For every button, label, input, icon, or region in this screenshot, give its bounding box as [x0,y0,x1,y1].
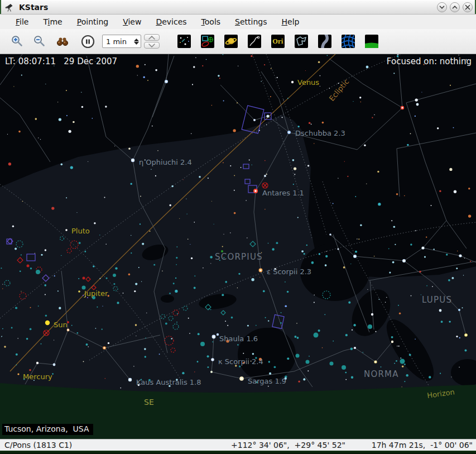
toolbar: 1 min Ori [0,29,476,54]
star-dot[interactable] [17,373,19,375]
menu-pointing[interactable]: Pointing [77,17,108,26]
show-milky-way-toggle[interactable] [318,35,331,48]
star-dot[interactable] [36,362,39,364]
sky-object-label: Sargas 1.9 [248,377,286,385]
sky-object-label: Antares 1.1 [262,189,304,197]
show-deep-sky-objects-toggle[interactable] [201,35,214,48]
timestep-value: 1 min [106,37,132,46]
star-dot[interactable] [253,119,256,121]
sky-object-label: NORMA [364,369,399,379]
menu-devices[interactable]: Devices [156,17,186,26]
show-equatorial-grid-toggle[interactable] [342,35,355,48]
globular-cluster-symbol [400,359,405,364]
sky-object-label: SE [144,398,154,407]
star-dot[interactable] [416,103,419,106]
sky-object-label: LUPUS [422,295,452,305]
star-dot[interactable] [210,371,213,373]
status-object-name: C/Pons (1813 C1) [4,441,72,450]
menu-help[interactable]: Help [282,17,300,26]
show-horizon-toggle[interactable] [365,35,378,48]
globular-cluster-symbol [36,270,40,274]
menubar: FileTimePointingViewDevicesToolsSettings… [0,15,476,29]
timestep-up-button[interactable] [144,34,160,41]
show-solar-system-icon [224,35,238,48]
minimize-button[interactable] [437,2,447,12]
globular-cluster-symbol [330,362,334,366]
x-icon [463,2,472,12]
globular-cluster-symbol [200,342,205,346]
show-constellation-names-icon: Ori [271,35,285,48]
status-equatorial-coords: 17h 47m 21s, -1° 00' 06" [372,441,473,450]
globular-cluster-symbol [113,274,116,277]
chevron-up-icon [450,2,459,12]
show-constellation-boundaries-toggle[interactable] [295,35,308,48]
star-dot[interactable] [264,175,266,177]
star-dot[interactable] [53,364,56,366]
star-dot[interactable] [65,229,68,231]
globular-cluster-symbol [342,365,346,370]
star-dot[interactable] [337,248,339,250]
statusbar: C/Pons (1813 C1) +112° 34' 06", +29° 45'… [0,439,476,451]
menu-tools[interactable]: Tools [201,17,221,26]
sky-object-label: Sun [54,321,68,329]
show-stars-icon [177,35,191,48]
show-constellation-names-toggle[interactable]: Ori [271,35,285,48]
chevron-down-icon [437,2,446,12]
timestep-spinner [144,34,160,49]
status-horizontal-coords: +112° 34' 06", +29° 45' 52" [231,441,345,450]
sky-canvas[interactable]: VenusEclipticDschubba 2.3η Ophiuchi 2.4A… [0,54,476,439]
star-dot[interactable] [439,309,442,312]
maximize-button[interactable] [450,2,460,12]
window-controls [437,2,473,12]
show-equatorial-grid-icon [342,35,355,48]
titlebar[interactable]: KStars [0,0,476,15]
show-solar-system-toggle[interactable] [224,35,238,48]
star-dot[interactable] [83,295,84,296]
star-dot[interactable] [45,321,50,325]
sky-object-label: SCORPIUS [215,252,263,262]
show-milky-way-icon [318,35,331,48]
star-dot[interactable] [458,309,460,311]
view-toggles: Ori [177,35,378,48]
star-dot[interactable] [329,233,331,236]
star-dot[interactable] [291,81,294,83]
show-stars-toggle[interactable] [177,35,191,48]
svg-text:Ori: Ori [272,38,283,45]
show-constellation-lines-toggle[interactable] [248,35,261,48]
combo-arrows-icon [132,35,141,47]
menu-file[interactable]: File [16,17,28,26]
kstars-telescope-icon [4,2,15,12]
menu-settings[interactable]: Settings [235,17,267,26]
geo-location-label: Tucson, Arizona, USA [2,424,93,435]
sky-object-label: Venus [297,78,319,87]
sky-object-label: Mercury [23,372,52,381]
globular-cluster-symbol [368,324,372,329]
zoom-out-button[interactable] [32,34,47,49]
star-dot[interactable] [354,347,356,349]
window-title: KStars [19,3,48,12]
sky-object-label: Dschubba 2.3 [295,129,345,137]
timestep-down-button[interactable] [144,42,160,49]
sky-object-label: Shaula 1.6 [219,334,258,343]
star-dot[interactable] [217,333,219,336]
star-dot[interactable] [366,66,369,69]
window-bottom-edge [0,451,476,454]
menu-time[interactable]: Time [43,17,62,26]
menu-view[interactable]: View [123,17,141,26]
kstars-window: KStars FileTimePointingViewDevicesToolsS… [0,0,476,454]
star-dot[interactable] [391,341,393,343]
star-dot[interactable] [371,313,373,316]
globular-cluster-symbol [306,360,310,364]
sky-map[interactable]: VenusEclipticDschubba 2.3η Ophiuchi 2.4A… [0,54,476,439]
find-object-button[interactable] [55,34,70,49]
sky-object-label: Jupiter [84,289,108,298]
zoom-in-button[interactable] [10,34,25,49]
globular-cluster-symbol [296,354,300,358]
timestep-combobox[interactable]: 1 min [102,35,141,48]
local-time-info: LT: 08:07:11 29 Dec 2007 [5,56,117,66]
pause-time-button[interactable] [80,34,95,49]
globular-cluster-symbol [314,333,319,338]
star-dot[interactable] [78,290,80,293]
focus-info: Focused on: nothing [387,56,472,66]
close-button[interactable] [463,2,473,12]
